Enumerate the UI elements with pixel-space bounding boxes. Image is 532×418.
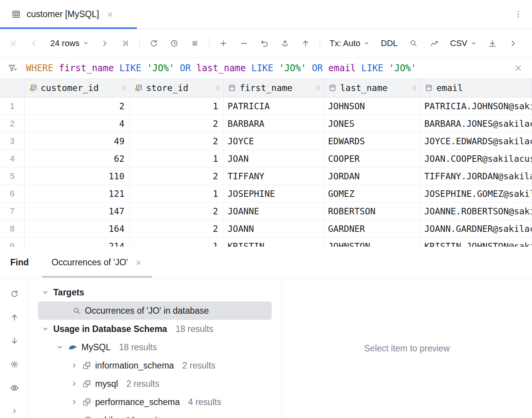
sort-icon[interactable] [121,85,127,91]
toolbar-overflow-button[interactable] [505,36,521,51]
cell-email[interactable]: PATRICIA.JOHNSON@sakilacustomer.org [421,97,532,115]
previous-page-button[interactable] [27,36,42,51]
cell-store_id[interactable]: 2 [130,168,224,185]
cell-last_name[interactable]: GARDNER [324,220,421,237]
tree-chevron-right-icon[interactable] [70,361,78,370]
revert-changes-button[interactable] [257,36,272,51]
cell-last_name[interactable]: JORDAN [324,168,421,185]
column-header-customer_id[interactable]: customer_id [25,79,130,97]
tree-node-performance-schema[interactable]: performance_schema4 results [29,393,282,411]
column-header-last_name[interactable]: last_name [324,79,421,97]
cell-customer_id[interactable]: 147 [25,203,130,220]
cell-last_name[interactable]: ROBERTSON [324,203,421,220]
cell-first_name[interactable]: JOANNE [224,203,324,220]
cell-store_id[interactable]: 2 [130,203,224,220]
tree-node-usage-in-database-schema[interactable]: Usage in Database Schema18 results [29,320,282,338]
cell-customer_id[interactable]: 110 [25,168,130,185]
cell-customer_id[interactable]: 164 [25,220,130,237]
cell-store_id[interactable]: 1 [130,150,224,167]
cell-first_name[interactable]: TIFFANY [224,168,324,185]
cell-store_id[interactable]: 2 [130,220,224,237]
delete-row-button[interactable] [236,36,252,51]
cell-customer_id[interactable]: 2 [25,97,130,115]
find-in-grid-button[interactable] [406,36,421,51]
sort-icon[interactable] [215,85,220,91]
auto-refresh-button[interactable] [167,36,182,51]
rerun-search-button[interactable] [8,287,21,301]
tab-customer-mysql[interactable]: customer [MySQL] [0,0,137,29]
cell-store_id[interactable]: 2 [130,115,224,132]
cell-store_id[interactable]: 1 [130,185,224,202]
transaction-mode-dropdown[interactable]: Tx: Auto [327,36,373,51]
row-number[interactable]: 7 [0,203,25,220]
filter-expression-input[interactable]: WHERE first_name LIKE 'JO%' OR last_name… [26,63,416,73]
next-page-button[interactable] [97,36,112,51]
cell-store_id[interactable]: 2 [130,132,224,150]
row-number[interactable]: 1 [0,97,25,115]
tree-node-sakila-schema[interactable]: sakila10 results [29,411,282,418]
row-number[interactable]: 4 [0,150,25,167]
last-page-button[interactable] [118,36,133,51]
filter-close-icon[interactable] [514,64,523,73]
cell-last_name[interactable]: EDWARDS [324,132,421,150]
reload-data-button[interactable] [146,36,161,51]
cell-customer_id[interactable]: 62 [25,150,130,167]
next-occurrence-button[interactable] [8,334,21,348]
cell-first_name[interactable]: BARBARA [224,115,324,132]
more-options-kebab-button[interactable] [511,7,526,22]
row-number[interactable]: 5 [0,168,25,185]
cell-last_name[interactable]: JONES [324,115,421,132]
cell-email[interactable]: JOANNE.ROBERTSON@sakilacustomer.org [421,203,532,220]
sort-icon[interactable] [412,85,417,91]
row-number[interactable]: 9 [0,238,25,247]
cell-store_id[interactable]: 1 [130,238,224,247]
cell-email[interactable]: JOYCE.EDWARDS@sakilacustomer.org [421,132,532,150]
stop-button[interactable] [187,36,202,51]
export-data-button[interactable] [485,36,500,51]
column-header-email[interactable]: email [421,79,532,97]
cell-first_name[interactable]: JOAN [224,150,324,167]
ddl-button[interactable]: DDL [378,36,401,51]
column-header-first_name[interactable]: first_name [224,79,324,97]
cell-email[interactable]: JOSEPHINE.GOMEZ@sakilacustomer.org [421,185,532,202]
cell-first_name[interactable]: KRISTIN [224,238,324,247]
cell-customer_id[interactable]: 4 [25,115,130,132]
previous-occurrence-button[interactable] [8,311,21,324]
tree-node-targets[interactable]: Targets [29,283,282,302]
cell-customer_id[interactable]: 121 [25,185,130,202]
submit-changes-button[interactable] [277,36,293,51]
cell-last_name[interactable]: JOHNSON [324,97,421,115]
tree-node-mysql-datasource[interactable]: MySQL18 results [29,338,282,356]
cell-last_name[interactable]: JOHNSTON [324,238,421,247]
tab-close-icon[interactable] [106,11,114,18]
filter-funnel-icon[interactable] [8,63,18,73]
tree-node-information-schema[interactable]: information_schema2 results [29,356,282,375]
row-number[interactable]: 6 [0,185,25,202]
tree-chevron-down-icon[interactable] [41,325,49,333]
cell-first_name[interactable]: JOANN [224,220,324,237]
search-settings-button[interactable] [8,357,21,371]
add-row-button[interactable] [216,36,231,51]
commit-button[interactable] [298,36,313,51]
tree-chevron-right-icon[interactable] [70,380,78,388]
row-number[interactable]: 8 [0,220,25,237]
cell-store_id[interactable]: 1 [130,97,224,115]
find-tab-close-icon[interactable] [135,259,142,266]
cell-customer_id[interactable]: 214 [25,238,130,247]
sort-icon[interactable] [315,85,321,91]
cell-email[interactable]: BARBARA.JONES@sakilacustomer.org [421,115,532,132]
tree-chevron-down-icon[interactable] [56,343,64,351]
tree-chevron-right-icon[interactable] [70,398,78,406]
column-header-store_id[interactable]: store_id [130,79,224,97]
tree-node-mysql-schema[interactable]: mysql2 results [29,375,282,393]
cell-last_name[interactable]: COOPER [324,150,421,167]
cell-first_name[interactable]: JOSEPHINE [224,185,324,202]
tree-node-occurrences-target[interactable]: Occurrences of 'JO' in database [38,302,272,320]
preview-toggle-button[interactable] [8,381,21,395]
tree-chevron-down-icon[interactable] [41,288,49,297]
cell-email[interactable]: JOAN.COOPER@sakilacustomer.org [421,150,532,167]
open-chart-button[interactable] [427,36,442,51]
page-size-dropdown[interactable]: 24 rows [47,36,92,51]
tab-occurrences-of-jo[interactable]: Occurrences of 'JO' [42,247,153,278]
export-format-dropdown[interactable]: CSV [447,36,479,51]
